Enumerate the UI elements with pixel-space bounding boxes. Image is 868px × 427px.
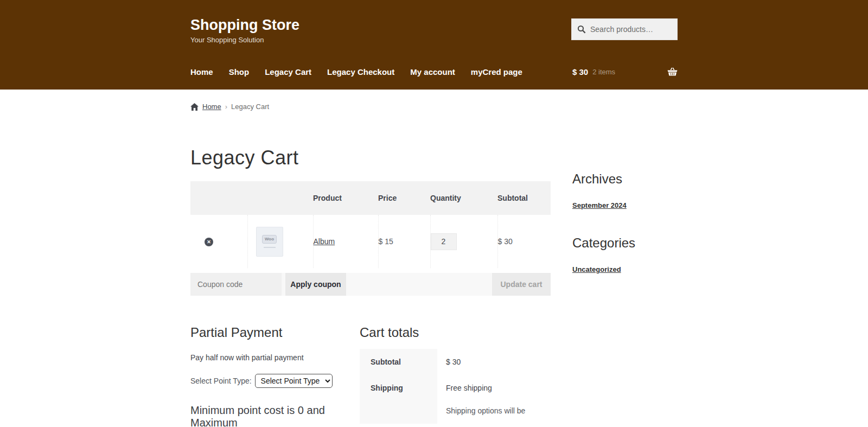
partial-payment-section: Partial Payment Pay half now with partia… <box>190 325 360 427</box>
header-thumb-col <box>247 181 313 215</box>
breadcrumb-home-link[interactable]: Home <box>202 103 221 111</box>
cart-actions-row: Apply coupon Update cart <box>190 273 551 296</box>
cart-table-header-row: Product Price Quantity Subtotal <box>190 181 551 215</box>
item-subtotal: $ 30 <box>498 237 513 246</box>
cart-item-row: ✕ Woo Album $ 15 $ 30 <box>190 215 551 268</box>
header-cart-summary[interactable]: $ 30 2 items <box>572 67 678 77</box>
header-quantity: Quantity <box>430 181 497 215</box>
point-type-label: Select Point Type: <box>190 377 252 385</box>
category-link-uncategorized[interactable]: Uncategorized <box>572 265 621 273</box>
nav-item-mycred-page[interactable]: myCred page <box>471 67 522 77</box>
partial-payment-title: Partial Payment <box>190 325 360 340</box>
nav-item-shop[interactable]: Shop <box>229 67 250 77</box>
point-type-select[interactable]: Select Point Type <box>255 374 333 388</box>
partial-payment-description: Pay half now with partial payment <box>190 353 360 362</box>
header-subtotal: Subtotal <box>497 181 551 215</box>
basket-icon[interactable] <box>667 67 678 76</box>
nav-item-legacy-cart[interactable]: Legacy Cart <box>265 67 311 77</box>
categories-title: Categories <box>572 235 678 251</box>
coupon-code-input[interactable] <box>190 273 282 296</box>
remove-item-icon[interactable]: ✕ <box>205 238 213 246</box>
subtotal-value: $ 30 <box>437 349 551 375</box>
cart-totals-table: Subtotal $ 30 Shipping Free shipping Shi… <box>360 349 551 424</box>
header-product: Product <box>313 181 378 215</box>
quantity-input[interactable] <box>431 233 457 250</box>
product-name-link[interactable]: Album <box>314 237 335 246</box>
archive-link-september-2024[interactable]: September 2024 <box>572 201 627 209</box>
breadcrumb-current: Legacy Cart <box>231 103 269 111</box>
cart-totals-title: Cart totals <box>360 325 551 340</box>
cart-table: Product Price Quantity Subtotal ✕ Woo <box>190 181 551 268</box>
shipping-method: Free shipping <box>446 384 551 392</box>
search-icon <box>577 25 586 34</box>
home-icon <box>190 103 199 111</box>
shipping-label: Shipping <box>360 375 437 424</box>
primary-navigation: Home Shop Legacy Cart Legacy Checkout My… <box>190 67 522 77</box>
subtotal-row: Subtotal $ 30 <box>360 349 551 375</box>
product-thumbnail[interactable]: Woo <box>256 227 283 257</box>
category-item[interactable]: Uncategorized <box>572 265 678 273</box>
nav-item-my-account[interactable]: My account <box>410 67 455 77</box>
item-price: $ 15 <box>379 237 393 246</box>
archives-widget: Archives September 2024 <box>572 171 678 209</box>
header-remove-col <box>190 181 247 215</box>
shipping-row: Shipping Free shipping Shipping options … <box>360 375 551 424</box>
nav-item-legacy-checkout[interactable]: Legacy Checkout <box>327 67 394 77</box>
thumbnail-line <box>264 247 276 248</box>
product-search <box>571 18 678 40</box>
cart-totals-section: Cart totals Subtotal $ 30 Shipping Free … <box>360 325 551 427</box>
archive-item[interactable]: September 2024 <box>572 201 678 209</box>
breadcrumb: Home › Legacy Cart <box>190 103 678 111</box>
apply-coupon-button[interactable]: Apply coupon <box>285 273 346 296</box>
categories-widget: Categories Uncategorized <box>572 235 678 273</box>
site-header: Shopping Store Your Shopping Solution Ho… <box>0 0 868 90</box>
point-cost-note: Minimum point cost is 0 and Maximum <box>190 404 360 427</box>
coupon-row-spacer <box>346 273 492 296</box>
woo-placeholder-logo: Woo <box>262 235 277 244</box>
page-title: Legacy Cart <box>190 146 551 169</box>
nav-item-home[interactable]: Home <box>190 67 213 77</box>
update-cart-button[interactable]: Update cart <box>492 273 551 296</box>
cart-total-amount: $ 30 <box>572 67 588 77</box>
sidebar: Archives September 2024 Categories Uncat… <box>572 111 678 273</box>
main-content: Legacy Cart Product Price Quantity Subto… <box>190 111 551 427</box>
search-input[interactable] <box>590 25 672 34</box>
subtotal-label: Subtotal <box>360 349 437 375</box>
shipping-note: Shipping options will be <box>446 406 551 415</box>
header-price: Price <box>378 181 430 215</box>
breadcrumb-separator: › <box>225 103 227 111</box>
archives-title: Archives <box>572 171 678 187</box>
cart-item-count: 2 items <box>592 68 615 76</box>
